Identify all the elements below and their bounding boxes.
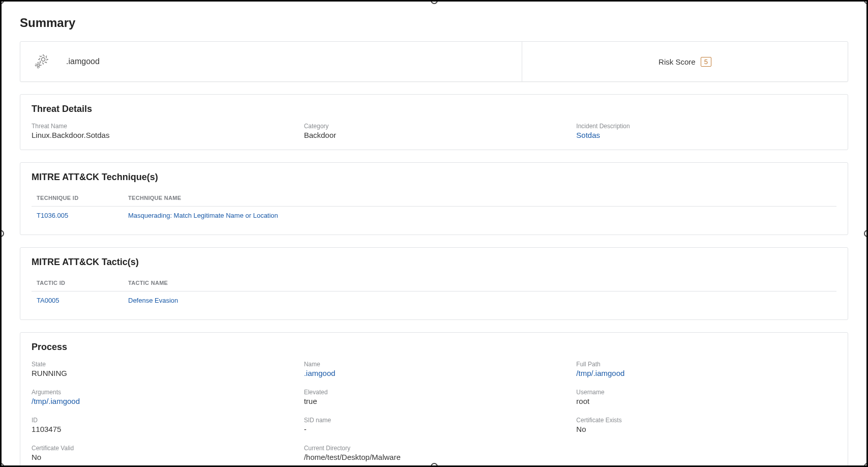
field-value: root: [576, 397, 836, 405]
svg-line-6: [40, 56, 41, 57]
field-label: Name: [304, 361, 564, 368]
technique-name-link[interactable]: Masquerading: Match Legitimate Name or L…: [123, 207, 836, 225]
mitre-tactics-card: MITRE ATT&CK Tactic(s) TACTIC ID TACTIC …: [20, 247, 848, 320]
header-process-name: .iamgood: [66, 57, 100, 66]
process-certvalid-field: Certificate Valid No: [32, 445, 292, 461]
mitre-tactics-title: MITRE ATT&CK Tactic(s): [32, 257, 836, 268]
resize-handle-br[interactable]: [864, 463, 868, 467]
field-label: Certificate Valid: [32, 445, 292, 452]
mitre-techniques-table: TECHNIQUE ID TECHNIQUE NAME T1036.005 Ma…: [32, 191, 836, 224]
tactic-name-link[interactable]: Defense Evasion: [123, 291, 836, 310]
field-label: SID name: [304, 417, 564, 424]
threat-name-field: Threat Name Linux.Backdoor.Sotdas: [32, 123, 292, 139]
tactics-col-id: TACTIC ID: [32, 276, 123, 291]
field-label: Arguments: [32, 389, 292, 396]
summary-header-left: .iamgood: [20, 42, 522, 81]
field-value: Backdoor: [304, 131, 564, 139]
threat-category-field: Category Backdoor: [304, 123, 564, 139]
techniques-col-id: TECHNIQUE ID: [32, 191, 123, 207]
field-label: Certificate Exists: [576, 417, 836, 424]
field-label: State: [32, 361, 292, 368]
table-row[interactable]: T1036.005 Masquerading: Match Legitimate…: [32, 207, 836, 225]
process-empty-cell: [576, 445, 836, 461]
mitre-techniques-title: MITRE ATT&CK Technique(s): [32, 172, 836, 183]
mitre-techniques-card: MITRE ATT&CK Technique(s) TECHNIQUE ID T…: [20, 162, 848, 235]
process-state-field: State RUNNING: [32, 361, 292, 377]
resize-handle-tm[interactable]: [431, 0, 438, 4]
field-label: Elevated: [304, 389, 564, 396]
field-value: /home/test/Desktop/Malware: [304, 453, 564, 461]
resize-handle-tl[interactable]: [0, 0, 4, 4]
field-label: Incident Description: [576, 123, 836, 130]
page-title: Summary: [20, 16, 848, 30]
field-value: true: [304, 397, 564, 405]
process-elevated-field: Elevated true: [304, 389, 564, 405]
svg-point-0: [41, 57, 45, 61]
field-value: Linux.Backdoor.Sotdas: [32, 131, 292, 139]
table-row[interactable]: TA0005 Defense Evasion: [32, 291, 836, 310]
tactic-id-link[interactable]: TA0005: [32, 291, 123, 310]
process-fullpath-field: Full Path /tmp/.iamgood: [576, 361, 836, 377]
risk-score-badge: 5: [701, 57, 711, 67]
field-label: Threat Name: [32, 123, 292, 130]
resize-handle-tr[interactable]: [864, 0, 868, 4]
incident-description-field: Incident Description Sotdas: [576, 123, 836, 139]
field-value-link[interactable]: Sotdas: [576, 131, 836, 139]
field-value: -: [304, 425, 564, 433]
process-certexists-field: Certificate Exists No: [576, 417, 836, 433]
field-value-link[interactable]: /tmp/.iamgood: [32, 397, 292, 405]
resize-handle-bl[interactable]: [0, 463, 4, 467]
risk-score-label: Risk Score: [659, 57, 696, 66]
process-id-field: ID 1103475: [32, 417, 292, 433]
process-title: Process: [32, 342, 836, 353]
techniques-col-name: TECHNIQUE NAME: [123, 191, 836, 207]
process-name-field: Name .iamgood: [304, 361, 564, 377]
field-label: Current Directory: [304, 445, 564, 452]
mitre-tactics-table: TACTIC ID TACTIC NAME TA0005 Defense Eva…: [32, 276, 836, 309]
svg-point-10: [37, 64, 40, 67]
field-value: No: [576, 425, 836, 433]
field-value-link[interactable]: /tmp/.iamgood: [576, 369, 836, 377]
resize-handle-mr[interactable]: [864, 230, 868, 237]
process-cwd-field: Current Directory /home/test/Desktop/Mal…: [304, 445, 564, 461]
process-arguments-field: Arguments /tmp/.iamgood: [32, 389, 292, 405]
svg-point-11: [36, 63, 41, 68]
resize-handle-ml[interactable]: [0, 230, 4, 237]
tactics-col-name: TACTIC NAME: [123, 276, 836, 291]
field-label: ID: [32, 417, 292, 424]
process-username-field: Username root: [576, 389, 836, 405]
gears-icon: [32, 50, 55, 73]
svg-line-8: [46, 56, 47, 57]
threat-details-card: Threat Details Threat Name Linux.Backdoo…: [20, 94, 848, 150]
field-value: 1103475: [32, 425, 292, 433]
summary-header-right: Risk Score 5: [522, 42, 848, 81]
field-label: Full Path: [576, 361, 836, 368]
technique-id-link[interactable]: T1036.005: [32, 207, 123, 225]
svg-line-7: [46, 62, 47, 63]
field-value: No: [32, 453, 292, 461]
field-label: Username: [576, 389, 836, 396]
field-value-link[interactable]: .iamgood: [304, 369, 564, 377]
threat-details-title: Threat Details: [32, 104, 836, 114]
process-card: Process State RUNNING Name .iamgood Full…: [20, 332, 848, 467]
summary-header-card: .iamgood Risk Score 5: [20, 41, 848, 82]
field-label: Category: [304, 123, 564, 130]
process-sidname-field: SID name -: [304, 417, 564, 433]
selection-frame: Summary: [0, 0, 868, 467]
field-value: RUNNING: [32, 369, 292, 377]
